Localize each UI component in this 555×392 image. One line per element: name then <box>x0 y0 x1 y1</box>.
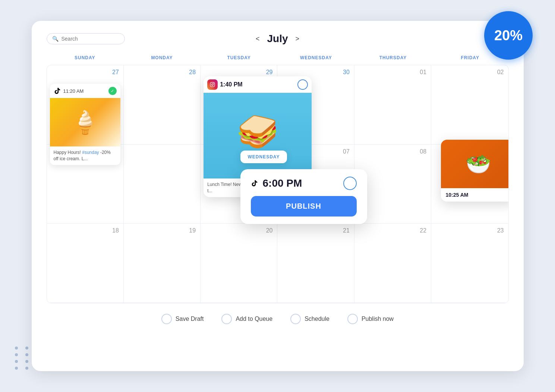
svg-point-1 <box>212 84 214 86</box>
badge-text: 20% <box>494 28 523 44</box>
caption-text: Happy Hours! <box>54 150 82 155</box>
date-23: 23 <box>436 227 504 234</box>
cell-28[interactable]: 28 <box>124 65 201 145</box>
post-time: 11:20 AM <box>63 88 106 94</box>
cell-22[interactable]: 22 <box>354 224 431 303</box>
cell-02[interactable]: 02 10:25 AM <box>431 65 508 145</box>
schedule-label: Schedule <box>305 316 329 322</box>
cell-29[interactable]: 29 1:40 PM Lunch Time! New dish on the m… <box>201 65 277 145</box>
cell-23[interactable]: 23 <box>431 224 508 303</box>
salad-post-time: 10:25 AM <box>441 188 508 202</box>
calendar-header: 🔍 < July > <box>47 33 509 45</box>
sandwich-image <box>204 93 312 178</box>
day-header-wednesday: WEDNESDAY <box>278 54 355 62</box>
instagram-platform-icon <box>207 79 218 90</box>
discount-badge: 20% <box>484 11 533 60</box>
search-input[interactable] <box>62 36 114 42</box>
date-28: 28 <box>128 69 196 76</box>
main-calendar-card: 🔍 < July > SUNDAY MONDAY TUESDAY WEDNESD… <box>32 21 524 371</box>
add-to-queue-label: Add to Queue <box>236 316 272 322</box>
action-bar: Save Draft Add to Queue Schedule Publish… <box>47 314 509 324</box>
date-21: 21 <box>282 227 349 234</box>
post-header: 11:20 AM ✓ <box>50 84 120 98</box>
post-caption: Happy Hours! #sunday -20% off ice cream.… <box>50 146 120 165</box>
date-01: 01 <box>359 69 426 76</box>
hashtag: #sunday <box>82 150 99 155</box>
search-box[interactable]: 🔍 <box>47 33 125 44</box>
tiktok-popup-header: 6:00 PM <box>251 177 357 190</box>
cell-18[interactable]: 18 <box>47 224 124 303</box>
status-check-icon: ✓ <box>108 87 117 95</box>
publish-now-action[interactable]: Publish now <box>347 314 394 324</box>
tiktok-status-circle[interactable] <box>343 177 357 190</box>
cell-19[interactable]: 19 <box>124 224 201 303</box>
date-29: 29 <box>205 69 272 76</box>
day-header-thursday: THURSDAY <box>354 54 432 62</box>
calendar-wrapper: 27 11:20 AM ✓ Happy Hours! #sunday -20% … <box>47 65 509 303</box>
instagram-post-header: 1:40 PM <box>204 76 312 93</box>
next-month-button[interactable]: > <box>296 35 300 43</box>
date-20: 20 <box>205 227 272 234</box>
date-18: 18 <box>51 227 119 234</box>
date-08: 08 <box>359 148 426 155</box>
save-draft-action[interactable]: Save Draft <box>161 314 204 324</box>
cell-row2-2[interactable] <box>124 145 201 224</box>
publish-now-label: Publish now <box>362 316 394 322</box>
svg-point-2 <box>213 83 214 84</box>
day-header-sunday: SUNDAY <box>47 54 124 62</box>
add-to-queue-action[interactable]: Add to Queue <box>221 314 272 324</box>
date-22: 22 <box>359 227 426 234</box>
cell-20[interactable]: 20 <box>201 224 277 303</box>
save-draft-circle <box>161 314 172 324</box>
salad-post-card[interactable]: 10:25 AM <box>441 140 508 202</box>
salad-image <box>441 140 508 188</box>
month-navigation: < July > <box>256 33 299 45</box>
tiktok-popup-card[interactable]: 6:00 PM PUBLISH <box>240 169 367 224</box>
search-icon: 🔍 <box>52 36 59 42</box>
tiktok-popup-time: 6:00 PM <box>263 177 302 189</box>
tiktok-popup-icon <box>251 180 258 187</box>
publish-now-circle <box>347 314 358 324</box>
cell-21[interactable]: 21 <box>277 224 354 303</box>
instagram-post-time: 1:40 PM <box>220 81 295 88</box>
date-02: 02 <box>436 69 504 76</box>
cell-01[interactable]: 01 <box>354 65 431 145</box>
date-19: 19 <box>128 227 196 234</box>
day-header-monday: MONDAY <box>123 54 201 62</box>
day-header-tuesday: TUESDAY <box>201 54 278 62</box>
schedule-action[interactable]: Schedule <box>290 314 329 324</box>
day-headers: SUNDAY MONDAY TUESDAY WEDNESDAY THURSDAY… <box>47 54 509 62</box>
tiktok-platform-icon <box>54 87 61 95</box>
instagram-status-circle <box>297 79 308 90</box>
month-title: July <box>267 33 288 45</box>
publish-button[interactable]: PUBLISH <box>251 196 357 216</box>
svg-rect-0 <box>210 82 215 87</box>
icecream-post-card[interactable]: 11:20 AM ✓ Happy Hours! #sunday -20% off… <box>50 84 120 165</box>
date-30: 30 <box>282 69 349 76</box>
cell-27[interactable]: 27 11:20 AM ✓ Happy Hours! #sunday -20% … <box>47 65 124 145</box>
prev-month-button[interactable]: < <box>256 35 260 43</box>
icecream-image <box>50 98 120 146</box>
add-queue-circle <box>221 314 232 324</box>
date-27: 27 <box>51 69 119 76</box>
save-draft-label: Save Draft <box>176 316 204 322</box>
wednesday-popup-label: WEDNESDAY <box>240 151 287 163</box>
schedule-circle <box>290 314 301 324</box>
